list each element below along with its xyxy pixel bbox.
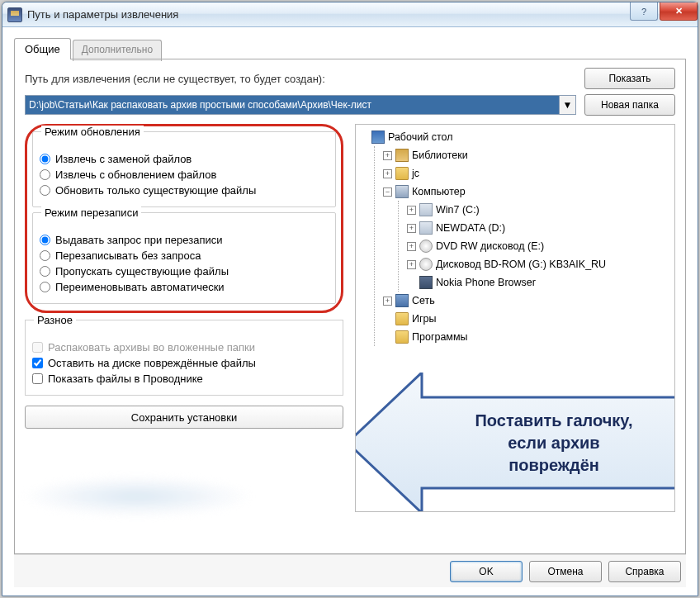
expand-icon[interactable]: + [407,206,416,215]
overwrite-mode-legend: Режим перезаписи [41,206,141,219]
help-icon[interactable]: ? [630,2,658,21]
tree-nokia[interactable]: Nokia Phone Browser [407,273,671,292]
checkbox-keep-broken-label: Оставить на диске повреждённые файлы [48,357,256,369]
checkbox-show-explorer-label: Показать файлы в Проводнике [48,373,203,385]
save-settings-button[interactable]: Сохранить установки [25,406,343,429]
callout-arrow: Поставить галочку, если архив повреждён [355,373,675,512]
drive-icon [419,221,433,235]
tree-c-label: Win7 (C:) [436,201,480,219]
radio-update[interactable] [40,169,50,180]
title-bar[interactable]: Путь и параметры извлечения ? ✕ [2,2,698,27]
tree-desktop-label: Рабочий стол [388,128,452,146]
show-button[interactable]: Показать [584,68,675,89]
tree-jc[interactable]: + jc [383,164,671,183]
close-icon[interactable]: ✕ [660,2,698,21]
expand-icon[interactable]: + [407,260,416,269]
tree-drive-e[interactable]: + DVD RW дисковод (E:) [407,237,671,255]
overwrite-ask-option[interactable]: Выдавать запрос при перезаписи [40,234,329,246]
radio-skip-label: Пропускать существующие файлы [55,265,229,278]
watermark-blur [21,476,253,517]
tree-e-label: DVD RW дисковод (E:) [436,237,544,255]
radio-existing-label: Обновить только существующие файлы [55,184,256,197]
dialog-window: Путь и параметры извлечения ? ✕ Общие До… [2,2,698,596]
expand-icon[interactable]: + [383,297,392,306]
tree-games[interactable]: Игры [383,310,671,328]
phone-icon [419,276,433,289]
help-button[interactable]: Справка [608,561,681,582]
tree-prog-label: Программы [412,328,468,346]
tree-computer-label: Компьютер [412,183,466,201]
collapse-icon[interactable]: − [383,187,392,197]
tree-network[interactable]: + Сеть [383,292,671,310]
tree-lib-label: Библиотеки [412,146,468,164]
drive-icon [419,203,433,216]
keep-broken-option[interactable]: Оставить на диске повреждённые файлы [32,357,336,369]
tree-jc-label: jc [412,164,419,183]
window-title: Путь и параметры извлечения [27,8,630,21]
checkbox-show-explorer[interactable] [32,373,43,384]
overwrite-mode-group: Режим перезаписи Выдавать запрос при пер… [32,212,336,304]
update-update-option[interactable]: Извлечь с обновлением файлов [40,168,329,181]
radio-replace-label: Извлечь с заменой файлов [55,153,192,165]
folder-tree[interactable]: Рабочий стол + Библиотеки + [355,124,675,512]
overwrite-skip-option[interactable]: Пропускать существующие файлы [40,265,329,278]
left-column: Режим обновления Извлечь с заменой файло… [25,124,343,512]
tree-games-label: Игры [412,310,436,328]
radio-rename[interactable] [40,282,50,292]
expand-icon[interactable]: + [407,242,416,251]
checkbox-subfolders [32,342,43,353]
misc-legend: Разное [34,314,76,326]
bd-icon [419,258,433,271]
dvd-icon [419,240,433,253]
tab-general[interactable]: Общие [14,38,71,59]
expand-icon[interactable]: + [407,224,416,233]
cancel-button[interactable]: Отмена [529,561,602,582]
tree-libraries[interactable]: + Библиотеки [383,146,671,164]
update-replace-option[interactable]: Извлечь с заменой файлов [40,153,329,165]
network-icon [395,294,409,307]
ok-button[interactable]: OK [450,561,523,582]
overwrite-rename-option[interactable]: Переименовывать автоматически [40,281,329,293]
tab-panel: Путь для извлечения (если не существует,… [14,59,686,554]
tree-d-label: NEWDATA (D:) [436,219,505,237]
tree-nokia-label: Nokia Phone Browser [436,273,536,292]
path-input[interactable] [26,96,559,114]
callout-line2: если архив [508,434,599,452]
chevron-down-icon[interactable]: ▼ [559,96,575,114]
radio-existing[interactable] [40,185,50,196]
library-icon [395,149,409,162]
radio-replace[interactable] [40,154,50,164]
show-explorer-option[interactable]: Показать файлы в Проводнике [32,373,336,385]
radio-noask[interactable] [40,250,50,261]
radio-rename-label: Переименовывать автоматически [55,281,225,293]
app-icon [7,7,22,22]
radio-ask[interactable] [40,235,50,245]
update-existing-option[interactable]: Обновить только существующие файлы [40,184,329,197]
expand-icon[interactable]: + [383,151,392,160]
desktop-icon [371,131,385,144]
tree-computer[interactable]: − Компьютер [383,183,671,201]
radio-noask-label: Перезаписывать без запроса [55,249,201,262]
tree-desktop[interactable]: Рабочий стол [359,128,671,146]
tree-drive-c[interactable]: + Win7 (C:) [407,201,671,219]
radio-ask-label: Выдавать запрос при перезаписи [55,234,223,246]
tree-drive-g[interactable]: + Дисковод BD-ROM (G:) KB3AIK_RU [407,255,671,273]
folder-icon [395,330,409,344]
folder-icon [395,167,409,180]
tabs: Общие Дополнительно [14,37,686,59]
overwrite-noask-option[interactable]: Перезаписывать без запроса [40,249,329,262]
misc-group: Разное Распаковать архивы во вложенные п… [25,320,343,396]
computer-icon [395,185,409,198]
new-folder-button[interactable]: Новая папка [584,94,675,116]
tree-programs[interactable]: Программы [383,328,671,346]
path-combobox[interactable]: ▼ [25,95,576,115]
callout-line1: Поставить галочку, [475,411,632,430]
checkbox-subfolders-label: Распаковать архивы во вложенные папки [48,341,255,354]
radio-skip[interactable] [40,266,50,277]
window-buttons: ? ✕ [630,2,698,26]
expand-icon[interactable]: + [383,169,392,178]
extract-subfolders-option: Распаковать архивы во вложенные папки [32,341,336,354]
checkbox-keep-broken[interactable] [32,358,43,368]
update-mode-group: Режим обновления Извлечь с заменой файло… [32,131,336,207]
tree-drive-d[interactable]: + NEWDATA (D:) [407,219,671,237]
